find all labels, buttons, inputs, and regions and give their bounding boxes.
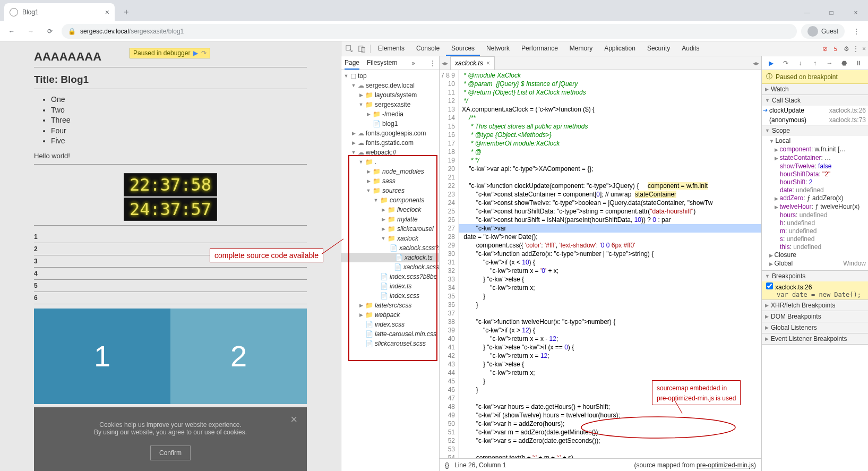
url-input[interactable]: 🔒 sergesc.dev.local/sergesxasite/blog1 <box>62 24 797 39</box>
section-listeners[interactable]: ▶Global Listeners <box>762 322 868 333</box>
tree-row[interactable]: ▢top <box>341 71 439 81</box>
maximize-button[interactable]: □ <box>819 4 844 21</box>
resume-button[interactable]: ▶ <box>767 59 776 67</box>
scope-variable[interactable]: m: undefined <box>775 227 866 235</box>
tree-row[interactable]: 📄xaclock.scss?5b11 <box>341 243 439 253</box>
close-window-button[interactable]: × <box>844 4 868 21</box>
scope-variable[interactable]: ▶ addZero: ƒ addZero(x) <box>775 194 866 203</box>
step-into-button[interactable]: ↓ <box>796 59 805 67</box>
new-tab-button[interactable]: + <box>119 5 134 20</box>
close-icon[interactable]: × <box>486 59 490 67</box>
tree-row[interactable]: 📁webpack <box>341 310 439 320</box>
tree-row[interactable]: ☁sergesc.dev.local <box>341 81 439 90</box>
tree-row[interactable]: 📄index.scss <box>341 320 439 329</box>
device-toolbar-icon[interactable] <box>356 43 368 55</box>
inspect-element-icon[interactable] <box>343 43 355 55</box>
back-button[interactable]: ← <box>4 24 19 39</box>
tree-row[interactable]: 📁components <box>341 195 439 205</box>
tree-row[interactable]: ☁fonts.gstatic.com <box>341 138 439 148</box>
settings-icon[interactable]: ⚙ <box>844 45 849 53</box>
reload-button[interactable]: ⟳ <box>42 24 57 39</box>
tree-row[interactable]: 📄latte-carousel.min.css <box>341 329 439 339</box>
deactivate-breakpoints-button[interactable]: ⬣ <box>839 59 849 67</box>
scope-variable[interactable]: this: undefined <box>775 243 866 251</box>
tab-network[interactable]: Network <box>481 41 515 56</box>
breakpoint-checkbox[interactable] <box>766 282 773 289</box>
section-event[interactable]: ▶Event Listener Breakpoints <box>762 333 868 344</box>
scope-variable[interactable]: hourShift: 2 <box>775 178 866 186</box>
tab-memory[interactable]: Memory <box>564 41 598 56</box>
more-icon[interactable]: ⋮ <box>853 45 859 53</box>
tree-row[interactable]: 📁latte/src/scss <box>341 301 439 310</box>
scope-variable[interactable]: ▶ component: w.fn.init [… <box>775 145 866 154</box>
tree-row[interactable]: 📄index.ts <box>341 281 439 291</box>
tree-row[interactable]: 📁sergesxasite <box>341 100 439 109</box>
browser-tab[interactable]: Blog1 × <box>4 3 115 21</box>
tree-row[interactable]: 📄xaclock.ts <box>341 253 439 262</box>
scope-variable[interactable]: hours: undefined <box>775 211 866 219</box>
tree-row[interactable]: 📁node_modules <box>341 167 439 176</box>
forward-button[interactable]: → <box>23 24 38 39</box>
section-dom[interactable]: ▶DOM Breakpoints <box>762 311 868 322</box>
scope-variable[interactable]: ▶ twelveHour: ƒ twelveHour(x) <box>775 203 866 211</box>
tree-row[interactable]: 📄slickcarousel.scss <box>341 339 439 348</box>
pretty-print-icon[interactable]: {} <box>445 461 449 469</box>
nav-tab-page[interactable]: Page <box>345 56 359 70</box>
close-icon[interactable]: × <box>105 8 109 16</box>
tree-row[interactable]: 📄blog1 <box>341 119 439 129</box>
section-callstack[interactable]: ▼Call Stack <box>762 95 868 106</box>
tree-row[interactable]: 📁sources <box>341 186 439 195</box>
show-debugger-icon[interactable]: ◂▸ <box>751 59 761 67</box>
tree-row[interactable]: 📁. <box>341 157 439 167</box>
section-breakpoints[interactable]: ▼Breakpoints <box>762 271 868 281</box>
tree-row[interactable]: 📁slickcarousel <box>341 224 439 234</box>
tree-row[interactable]: 📁xaclock <box>341 234 439 243</box>
tab-security[interactable]: Security <box>642 41 675 56</box>
scope-global[interactable]: ▶ GlobalWindow <box>769 260 866 268</box>
profile-button[interactable]: Guest <box>801 24 845 39</box>
editor-tab[interactable]: xaclock.ts × <box>450 56 495 70</box>
tab-elements[interactable]: Elements <box>373 41 410 56</box>
close-icon[interactable]: × <box>290 413 297 426</box>
scope-variable[interactable]: showTwelve: false <box>775 162 866 170</box>
stack-frame[interactable]: clockUpdatexaclock.ts:26 <box>762 106 868 115</box>
error-count[interactable]: 5 <box>831 46 840 52</box>
minimize-button[interactable]: — <box>795 4 819 21</box>
tab-application[interactable]: Application <box>599 41 641 56</box>
scope-local-header[interactable]: ▼ Local <box>769 137 866 145</box>
scope-variable[interactable]: date: undefined <box>775 186 866 194</box>
scope-variable[interactable]: h: undefined <box>775 219 866 227</box>
pause-exceptions-button[interactable]: ⏸ <box>854 59 863 67</box>
stack-frame[interactable]: (anonymous)xaclock.ts:73 <box>762 115 868 125</box>
scope-closure[interactable]: ▶ Closure <box>769 251 866 260</box>
tree-row[interactable]: 📄xaclock.scss <box>341 262 439 272</box>
more-icon[interactable]: ⋮ <box>429 59 436 67</box>
tab-audits[interactable]: Audits <box>676 41 704 56</box>
step-over-button[interactable]: ↷ <box>781 59 790 67</box>
tree-row[interactable]: 📁layouts/system <box>341 90 439 100</box>
tab-sources[interactable]: Sources <box>446 41 480 56</box>
tab-performance[interactable]: Performance <box>516 41 563 56</box>
error-icon[interactable]: ⊘ <box>822 45 828 53</box>
carousel-tile-2[interactable]: 2 <box>170 309 307 404</box>
tree-row[interactable]: 📄index.scss <box>341 291 439 301</box>
menu-button[interactable]: ⋮ <box>849 24 864 39</box>
show-navigator-icon[interactable]: ◂▸ <box>440 59 450 67</box>
tree-row[interactable]: 📁liveclock <box>341 205 439 215</box>
file-tree[interactable]: ▢top☁sergesc.dev.local📁layouts/system📁se… <box>341 70 439 471</box>
confirm-button[interactable]: Confirm <box>150 446 191 460</box>
section-xhr[interactable]: ▶XHR/fetch Breakpoints <box>762 300 868 311</box>
breakpoint-row[interactable]: xaclock.ts:26 var date = new Date(); <box>762 281 868 299</box>
section-scope[interactable]: ▼Scope <box>762 125 868 136</box>
carousel-tile-1[interactable]: 1 <box>34 309 170 404</box>
line-gutter[interactable]: 7 8 9 10 11 12 13 14 15 16 17 18 19 20 2… <box>440 70 459 458</box>
tree-row[interactable]: 📁mylatte <box>341 215 439 224</box>
sourcemap-info[interactable]: (source mapped from pre-optimized-min.js… <box>634 461 756 469</box>
tree-row[interactable]: 📁-/media <box>341 109 439 119</box>
scope-variable[interactable]: hourShiftData: "2" <box>775 170 866 178</box>
step-icon[interactable]: ↷ <box>201 49 207 57</box>
nav-tab-filesystem[interactable]: Filesystem <box>367 56 397 70</box>
tab-console[interactable]: Console <box>411 41 445 56</box>
section-watch[interactable]: ▶Watch <box>762 84 868 95</box>
scope-variable[interactable]: s: undefined <box>775 235 866 243</box>
